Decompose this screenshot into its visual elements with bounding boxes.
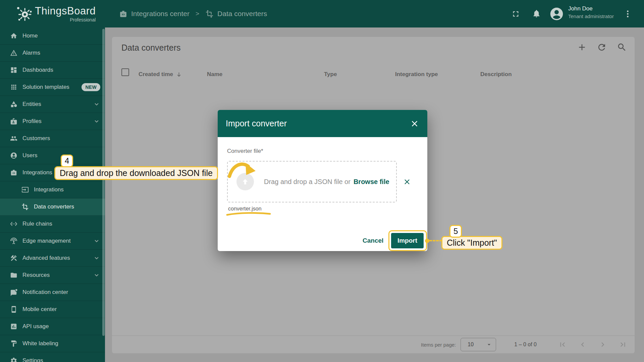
avatar[interactable]	[549, 6, 564, 21]
dropdown-caret-icon	[486, 341, 492, 348]
app-root: ThingsBoard Professional Integrations ce…	[0, 0, 644, 362]
sidebar-item-edge-management[interactable]: Edge management	[0, 233, 105, 250]
resources-icon	[10, 272, 17, 279]
chevron-down-icon[interactable]	[93, 101, 100, 108]
chevron-down-icon[interactable]	[93, 254, 100, 262]
chevron-down-icon[interactable]	[93, 237, 100, 245]
thingsboard-logo-icon	[15, 5, 32, 22]
mobile-center-icon	[10, 306, 17, 313]
solution-templates-icon	[10, 83, 17, 91]
select-all-checkbox[interactable]	[121, 68, 129, 76]
sidebar-item-label: Data converters	[34, 203, 100, 210]
breadcrumb-item-data-converters[interactable]: Data converters	[205, 10, 267, 18]
breadcrumb-separator: >	[196, 10, 199, 17]
column-header-description[interactable]: Description	[480, 71, 512, 78]
sidebar-item-label: Resources	[22, 272, 93, 279]
sidebar-item-label: Edge management	[22, 238, 93, 244]
rule-chains-icon	[10, 220, 17, 228]
user-menu[interactable]: John Doe Tenant administrator	[568, 5, 614, 19]
annotation-connector-line	[429, 240, 442, 241]
sidebar-item-label: API usage	[22, 323, 100, 330]
sidebar-item-entities[interactable]: Entities	[0, 96, 105, 113]
breadcrumb-label: Data converters	[217, 10, 267, 18]
sidebar-item-label: Mobile center	[22, 306, 100, 313]
refresh-button[interactable]	[597, 42, 607, 52]
sidebar-item-home[interactable]: Home	[0, 27, 105, 45]
sidebar-item-dashboards[interactable]: Dashboards	[0, 62, 105, 79]
integrations-icon	[10, 169, 17, 176]
sidebar-item-solution-templates[interactable]: Solution templatesNEW	[0, 79, 105, 96]
items-per-page-select[interactable]: 10	[461, 338, 496, 351]
sidebar-item-data-converters[interactable]: Data converters	[0, 198, 105, 216]
search-button[interactable]	[617, 42, 627, 52]
annotation-connector-dot	[425, 239, 429, 243]
entities-icon	[10, 101, 17, 108]
sidebar-item-resources[interactable]: Resources	[0, 267, 105, 284]
sidebar-menu: HomeAlarmsDashboardsSolution templatesNE…	[0, 27, 105, 362]
sidebar-item-advanced-features[interactable]: Advanced features	[0, 250, 105, 267]
chevron-down-icon[interactable]	[93, 118, 100, 125]
column-header-type[interactable]: Type	[324, 71, 337, 78]
step-5-badge: 5	[449, 225, 462, 238]
user-name: John Doe	[568, 5, 614, 12]
dialog-title: Import converter	[226, 119, 410, 128]
data-converters-icon	[205, 10, 214, 18]
sidebar-item-integrations-sub[interactable]: Integrations	[0, 181, 105, 198]
page-title: Data converters	[121, 43, 180, 53]
converter-file-label: Converter file*	[227, 148, 263, 155]
selected-file-name: converter.json	[228, 206, 262, 212]
sidebar-item-label: Integrations	[34, 186, 100, 193]
add-converter-button[interactable]	[577, 42, 587, 52]
column-header-created-time[interactable]: Created time	[139, 71, 182, 78]
sidebar-item-notification-center[interactable]: Notification center	[0, 284, 105, 301]
pager	[558, 340, 627, 349]
fullscreen-icon[interactable]	[511, 9, 520, 18]
sidebar-scrollbar[interactable]	[102, 29, 105, 336]
next-page-button[interactable]	[598, 340, 607, 349]
column-header-name[interactable]: Name	[207, 71, 222, 78]
notification-center-icon	[10, 289, 17, 296]
sidebar-item-api-usage[interactable]: API usage	[0, 318, 105, 335]
items-per-page-value: 10	[468, 342, 474, 348]
items-per-page-label: Items per page:	[421, 342, 456, 348]
sidebar-item-profiles[interactable]: Profiles	[0, 113, 105, 130]
thingsboard-logo[interactable]: ThingsBoard Professional	[15, 5, 96, 22]
sidebar-item-users[interactable]: Users	[0, 147, 105, 164]
last-page-button[interactable]	[619, 340, 627, 349]
sidebar-item-rule-chains[interactable]: Rule chains	[0, 216, 105, 233]
previous-page-button[interactable]	[578, 340, 587, 349]
breadcrumb-item-integrations[interactable]: Integrations center	[119, 10, 190, 18]
arrow-down-icon	[176, 71, 182, 78]
logo-title: ThingsBoard	[35, 5, 96, 17]
pagination-range: 1 – 0 of 0	[514, 342, 537, 348]
dashboards-icon	[10, 66, 17, 74]
sidebar-item-alarms[interactable]: Alarms	[0, 45, 105, 62]
browse-file-link[interactable]: Browse file	[354, 178, 389, 186]
sidebar-item-label: Dashboards	[22, 67, 100, 73]
edge-management-icon	[10, 237, 17, 245]
step-4-badge: 4	[61, 155, 73, 167]
table-pagination: Items per page: 10 1 – 0 of 0	[112, 336, 635, 353]
close-dialog-icon[interactable]	[410, 119, 419, 128]
sidebar-item-white-labeling[interactable]: White labeling	[0, 335, 105, 352]
sidebar-item-customers[interactable]: Customers	[0, 130, 105, 147]
data-converters-icon	[21, 203, 29, 210]
api-usage-icon	[10, 323, 17, 330]
sidebar-item-label: Rule chains	[22, 221, 100, 227]
chevron-down-icon[interactable]	[93, 272, 100, 279]
notifications-bell-icon[interactable]	[532, 9, 541, 18]
clear-file-icon[interactable]	[403, 178, 411, 186]
sidebar-item-settings[interactable]: Settings	[0, 352, 105, 362]
customers-icon	[10, 135, 17, 142]
settings-icon	[10, 357, 17, 362]
kebab-menu-icon[interactable]	[623, 9, 632, 18]
annotation-arrow	[227, 160, 257, 181]
step-5-callout: Click "Import"	[441, 236, 502, 250]
sidebar-item-mobile-center[interactable]: Mobile center	[0, 301, 105, 318]
users-icon	[10, 152, 17, 159]
cancel-button[interactable]: Cancel	[363, 237, 383, 244]
sidebar-item-label: Alarms	[22, 50, 100, 56]
column-header-integration-type[interactable]: Integration type	[395, 71, 438, 78]
advanced-features-icon	[10, 254, 17, 262]
first-page-button[interactable]	[558, 340, 567, 349]
